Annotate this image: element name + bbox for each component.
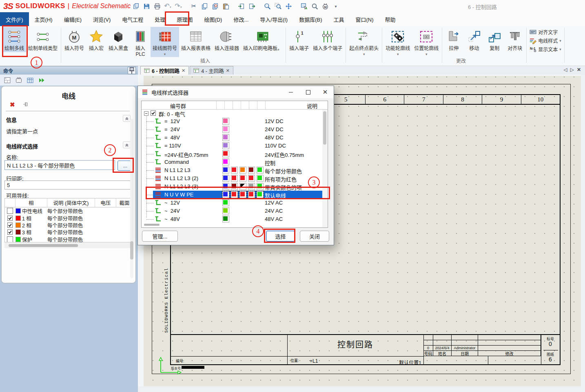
page-export-icon[interactable] <box>247 2 256 11</box>
ribbon-button-对齐文字[interactable]: 对齐文字 <box>530 29 561 35</box>
prev-tab-icon[interactable]: ◁ <box>563 67 567 73</box>
document-tab[interactable]: 6 - 控制回路✕ <box>140 66 189 75</box>
menu-item-窗口N[interactable]: 窗口(N) <box>350 12 379 26</box>
ribbon-button-显示文本[interactable]: N-1显示文本▾ <box>530 46 561 53</box>
list-vscrollbar[interactable] <box>322 110 327 227</box>
zoom-icon[interactable] <box>263 2 272 11</box>
menu-item-导入导出I[interactable]: 导入/导出(I) <box>254 12 293 26</box>
pan-icon[interactable] <box>284 2 293 11</box>
copy-target-icon[interactable] <box>211 2 219 11</box>
checkbox-checked-icon[interactable] <box>7 229 13 235</box>
close-tab-icon[interactable]: ✕ <box>577 67 581 73</box>
cut-icon[interactable]: ✂ <box>189 2 198 11</box>
wire-style-row[interactable]: ~ 12V12V AC <box>142 199 321 207</box>
ribbon-button-插入报表表格[interactable]: 插入报表表格 <box>179 27 213 52</box>
collapse-info-icon[interactable] <box>123 115 131 122</box>
menu-item-浏览V[interactable]: 浏览(V) <box>87 12 116 26</box>
ribbon-button-起点终点箭头[interactable]: 起点终点箭头▾ <box>347 27 381 57</box>
symbol-m-icon[interactable]: M <box>321 2 330 11</box>
chevron-down-icon[interactable]: ▾ <box>363 52 365 56</box>
menu-item-帮助[interactable]: 帮助 <box>379 12 401 26</box>
dialog-maximize-button[interactable] <box>299 86 317 98</box>
wire-style-name-input[interactable]: N L1 L2 L3 - 每个部分带颜色 <box>4 160 115 170</box>
tree-collapse-icon[interactable] <box>144 111 148 116</box>
menu-item-主页H[interactable]: 主页(H) <box>29 12 58 26</box>
wire-style-row[interactable]: = 48V48V DC <box>142 134 321 142</box>
table-blue-icon[interactable] <box>25 76 35 85</box>
card-vscrollbar[interactable] <box>130 119 133 278</box>
cancel-command-icon[interactable]: ✖ <box>10 101 15 108</box>
menu-item-文件F[interactable]: 文件(F) <box>0 12 29 26</box>
checkbox-checked-icon[interactable] <box>7 216 13 221</box>
chevron-down-icon[interactable]: ▾ <box>559 47 561 51</box>
ribbon-button-移动[interactable]: 移动 <box>464 27 484 52</box>
ribbon-button-插入多个端子[interactable]: 插入多个端子 <box>311 27 344 52</box>
chevron-down-icon[interactable]: ▾ <box>164 52 166 56</box>
pages-icon[interactable] <box>131 2 140 11</box>
ribbon-button-位置轮廓线[interactable]: 位置轮廓线▾ <box>412 27 441 57</box>
collapse-style-icon[interactable] <box>123 141 131 148</box>
menu-item-编辑E[interactable]: 编辑(E) <box>58 12 87 26</box>
ribbon-button-拉伸[interactable]: 拉伸 <box>443 27 464 52</box>
table-row[interactable]: 2 相每个部分带颜色 <box>5 222 133 229</box>
menu-item-绘图D[interactable]: 绘图(D) <box>198 12 228 26</box>
search-icon[interactable] <box>310 2 319 11</box>
table-row[interactable]: 3 相每个部分带颜色 <box>5 229 133 236</box>
undo-icon[interactable]: ↶▾ <box>163 2 172 11</box>
redo-icon[interactable]: ↷▾ <box>174 2 183 11</box>
chevron-down-icon[interactable]: ▾ <box>397 52 399 56</box>
wire-style-row[interactable]: ~ 48V48V AC <box>142 215 321 223</box>
pin-horizontal-icon[interactable] <box>23 102 29 107</box>
wire-style-row[interactable]: ~ 24V24V AC <box>142 207 321 215</box>
print-icon[interactable] <box>153 2 162 11</box>
dialog-minimize-button[interactable] <box>282 86 299 98</box>
menu-item-电气工程[interactable]: 电气工程 <box>116 12 149 26</box>
chevron-down-icon[interactable]: ▾ <box>425 52 428 56</box>
run-icon[interactable] <box>37 76 47 85</box>
table-row[interactable]: 中性电线每个部分带颜色 <box>5 207 133 214</box>
menu-item-处理[interactable]: 处理 <box>149 12 171 26</box>
checkbox-unchecked-icon[interactable] <box>7 208 13 214</box>
wire-style-row[interactable]: N L1 L2 L3 (3)带真实颜色的项 <box>142 183 321 191</box>
zoom-window-icon[interactable] <box>273 2 282 11</box>
close-tab-icon[interactable]: ✕ <box>182 68 185 73</box>
wire-style-row[interactable]: N U V W PE默认电线 <box>142 191 321 199</box>
close-button[interactable]: 关闭 <box>300 231 329 242</box>
save-icon[interactable] <box>142 2 151 11</box>
ribbon-button-对齐块[interactable]: 对齐块 <box>505 27 525 52</box>
list-hscrollbar[interactable] <box>144 224 160 226</box>
table-row[interactable]: 1 相每个部分带颜色 <box>5 214 133 221</box>
ribbon-button-绘制多线[interactable]: 绘制多线 <box>2 27 26 52</box>
ribbon-button-插入端子[interactable]: 1插入端子 <box>287 27 311 52</box>
checkbox-checked-icon[interactable] <box>7 222 13 228</box>
ribbon-button-绘制单线类型[interactable]: 绘制单线类型 <box>26 27 60 52</box>
wire-style-row[interactable]: Command控制 <box>142 158 321 166</box>
ribbon-button-插入印刷电路板。[interactable]: 插入印刷电路板。 <box>241 27 284 52</box>
ribbon-button-功能轮廓线[interactable]: 功能轮廓线▾ <box>383 27 412 57</box>
ribbon-button-复制[interactable]: 复制 <box>484 27 505 52</box>
manage-button[interactable]: 管理... <box>142 231 178 242</box>
checkbox-unchecked-icon[interactable] <box>7 236 13 242</box>
group-checkbox-icon[interactable] <box>151 110 156 116</box>
chevron-down-icon[interactable]: ▾ <box>559 39 561 43</box>
ribbon-button-插入连接器[interactable]: 插入连接器 <box>213 27 241 52</box>
ribbon-button-电线样式[interactable]: 电线样式▾ <box>530 37 561 44</box>
wire-style-row[interactable]: N L1 L2 L3 (2)所有项为红色 <box>142 174 321 183</box>
wires-table-hscrollbar[interactable] <box>4 243 133 248</box>
dialog-close-button[interactable]: ✕ <box>317 86 334 98</box>
table-row[interactable]: 保护每个部分带颜色 <box>5 236 133 242</box>
ribbon-button-插入宏[interactable]: 插入宏 <box>86 27 106 52</box>
pin-icon[interactable] <box>128 67 136 74</box>
next-tab-icon[interactable]: ▷ <box>570 67 574 73</box>
wire-style-row[interactable]: =24V-红色0.75mm24V红色0.75mm <box>142 150 321 158</box>
selection-run-icon[interactable] <box>299 2 308 11</box>
spacing-input[interactable]: 5 <box>4 181 131 189</box>
document-tab[interactable]: 4 - 主回路✕ <box>190 66 233 75</box>
copy-icon[interactable] <box>200 2 209 11</box>
wire-style-row[interactable]: = 110V110V DC <box>142 142 321 150</box>
canvas-vscrollbar[interactable] <box>581 75 585 392</box>
close-tab-icon[interactable]: ✕ <box>226 68 230 73</box>
paste-icon[interactable] <box>221 2 230 11</box>
component-box-icon[interactable] <box>14 76 24 85</box>
select-button[interactable]: 选择 <box>266 231 295 242</box>
